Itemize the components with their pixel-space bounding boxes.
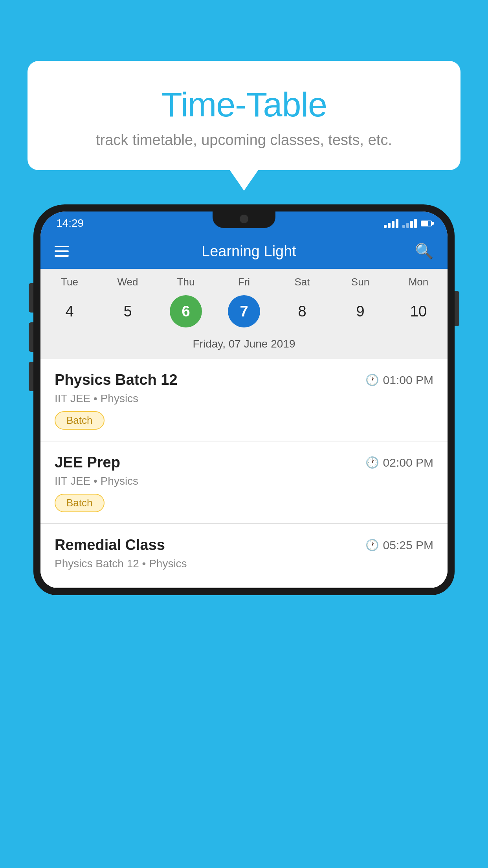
schedule-time-2: 🕐 02:00 PM: [365, 456, 433, 469]
day-thu: Thu: [160, 276, 211, 288]
app-title: Learning Light: [83, 243, 415, 260]
phone-notch: [213, 211, 275, 228]
bubble-title: Time-Table: [43, 85, 445, 125]
speech-bubble-container: Time-Table track timetable, upcoming cla…: [28, 61, 460, 170]
schedule-list: Physics Batch 12 🕐 01:00 PM IIT JEE • Ph…: [40, 359, 448, 588]
status-time: 14:29: [56, 217, 84, 230]
schedule-time-value-1: 01:00 PM: [383, 373, 433, 387]
schedule-item-3[interactable]: Remedial Class 🕐 05:25 PM Physics Batch …: [40, 524, 448, 588]
day-wed: Wed: [102, 276, 153, 288]
clock-icon-2: 🕐: [365, 456, 379, 469]
schedule-time-value-2: 02:00 PM: [383, 456, 433, 469]
date-6-today[interactable]: 6: [170, 295, 202, 327]
clock-icon-1: 🕐: [365, 373, 379, 386]
schedule-subtitle-3: Physics Batch 12 • Physics: [55, 557, 433, 570]
date-10[interactable]: 10: [402, 295, 435, 327]
phone-camera: [240, 215, 248, 223]
schedule-title-3: Remedial Class: [55, 537, 165, 554]
schedule-item-header-3: Remedial Class 🕐 05:25 PM: [55, 537, 433, 554]
schedule-subtitle-2: IIT JEE • Physics: [55, 475, 433, 487]
batch-tag-2: Batch: [55, 494, 105, 512]
batch-tag-1: Batch: [55, 411, 105, 430]
phone-container: 14:29: [33, 204, 455, 868]
schedule-time-3: 🕐 05:25 PM: [365, 539, 433, 552]
hamburger-menu-icon[interactable]: [55, 246, 69, 257]
day-fri: Fri: [218, 276, 270, 288]
schedule-time-1: 🕐 01:00 PM: [365, 373, 433, 387]
app-bar: Learning Light 🔍: [40, 234, 448, 269]
schedule-title-2: JEE Prep: [55, 454, 120, 471]
battery-icon: [421, 221, 432, 226]
phone-screen: 14:29: [40, 211, 448, 588]
day-tue: Tue: [44, 276, 95, 288]
day-sun: Sun: [335, 276, 386, 288]
date-7-selected[interactable]: 7: [228, 295, 260, 327]
schedule-subtitle-1: IIT JEE • Physics: [55, 392, 433, 405]
volume-down-button: [29, 362, 33, 391]
wifi-icon: [384, 219, 398, 228]
search-icon[interactable]: 🔍: [415, 243, 433, 260]
calendar-dates: 4 5 6 7 8 9 10: [40, 292, 448, 335]
date-8[interactable]: 8: [286, 295, 318, 327]
date-4[interactable]: 4: [53, 295, 86, 327]
selected-date-label: Friday, 07 June 2019: [40, 335, 448, 359]
power-button-left: [29, 283, 33, 313]
clock-icon-3: 🕐: [365, 539, 379, 552]
schedule-item-2[interactable]: JEE Prep 🕐 02:00 PM IIT JEE • Physics Ba…: [40, 441, 448, 524]
status-icons: [384, 219, 432, 228]
calendar-header: Tue Wed Thu Fri Sat Sun Mon: [40, 269, 448, 292]
speech-bubble: Time-Table track timetable, upcoming cla…: [28, 61, 460, 170]
schedule-title-1: Physics Batch 12: [55, 371, 178, 388]
schedule-time-value-3: 05:25 PM: [383, 539, 433, 552]
date-9[interactable]: 9: [344, 295, 376, 327]
bubble-subtitle: track timetable, upcoming classes, tests…: [43, 132, 445, 149]
schedule-item-1[interactable]: Physics Batch 12 🕐 01:00 PM IIT JEE • Ph…: [40, 359, 448, 441]
day-mon: Mon: [393, 276, 444, 288]
signal-icon: [402, 219, 417, 228]
volume-up-button: [29, 322, 33, 352]
phone-frame: 14:29: [33, 204, 455, 595]
day-sat: Sat: [277, 276, 328, 288]
volume-button-right: [455, 291, 459, 326]
schedule-item-header-1: Physics Batch 12 🕐 01:00 PM: [55, 371, 433, 388]
schedule-item-header-2: JEE Prep 🕐 02:00 PM: [55, 454, 433, 471]
date-5[interactable]: 5: [112, 295, 144, 327]
